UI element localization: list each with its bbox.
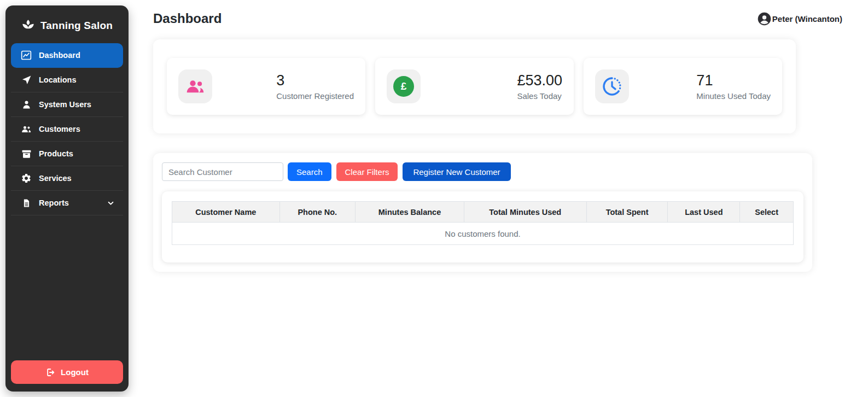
search-button[interactable]: Search — [288, 162, 331, 181]
users-icon — [21, 124, 32, 135]
file-lines-icon — [21, 197, 32, 208]
stat-label: Sales Today — [517, 91, 562, 101]
stat-icon-tile — [595, 69, 629, 103]
column-header-phone-no: Phone No. — [279, 202, 356, 223]
sidebar-item-system-users[interactable]: System Users — [11, 92, 123, 117]
stat-label: Customer Registered — [276, 91, 354, 101]
page-title: Dashboard — [153, 11, 222, 26]
column-header-total-spent: Total Spent — [586, 202, 668, 223]
sidebar-item-label: Locations — [39, 75, 76, 84]
clear-filters-button[interactable]: Clear Filters — [336, 162, 398, 181]
customers-table-card: Customer Name Phone No. Minutes Balance … — [162, 191, 803, 262]
empty-message: No customers found. — [172, 223, 794, 245]
sidebar: Tanning Salon Dashboard Locations — [5, 5, 129, 392]
user-avatar-icon — [757, 11, 772, 26]
main-content: Dashboard Peter (Wincanton) — [129, 0, 868, 397]
sidebar-item-reports[interactable]: Reports — [11, 191, 123, 215]
user-group-icon — [185, 77, 205, 96]
box-icon — [21, 148, 32, 159]
column-header-minutes-balance: Minutes Balance — [356, 202, 464, 223]
sidebar-item-services[interactable]: Services — [11, 166, 123, 191]
stat-value: £53.00 — [517, 72, 562, 89]
user-chip[interactable]: Peter (Wincanton) — [757, 11, 842, 26]
stat-value: 3 — [276, 72, 354, 89]
stat-card-sales-today: £ £53.00 Sales Today — [375, 58, 574, 115]
sidebar-item-label: Reports — [39, 198, 69, 207]
brand-title: Tanning Salon — [40, 20, 113, 32]
sidebar-nav: Dashboard Locations System Users — [5, 43, 129, 215]
location-arrow-icon — [21, 74, 32, 85]
register-new-customer-button[interactable]: Register New Customer — [403, 162, 510, 181]
stat-card-minutes-used: 71 Minutes Used Today — [584, 58, 782, 115]
spa-icon — [21, 19, 35, 32]
logout-label: Logout — [61, 367, 89, 377]
table-header-row: Customer Name Phone No. Minutes Balance … — [172, 202, 794, 223]
logout-icon — [45, 367, 55, 377]
clock-icon — [601, 75, 623, 97]
sidebar-item-locations[interactable]: Locations — [11, 68, 123, 92]
stat-text: 71 Minutes Used Today — [696, 72, 771, 100]
stat-icon-tile — [178, 69, 212, 103]
stats-panel: 3 Customer Registered £ £53.00 Sales Tod… — [153, 39, 796, 133]
search-input[interactable] — [162, 162, 283, 181]
stat-icon-tile: £ — [387, 69, 421, 103]
sidebar-item-label: Customers — [39, 125, 80, 133]
user-name: Peter (Wincanton) — [772, 14, 842, 24]
logout-button[interactable]: Logout — [11, 360, 123, 384]
customers-table: Customer Name Phone No. Minutes Balance … — [172, 201, 794, 245]
search-row: Search Clear Filters Register New Custom… — [162, 162, 803, 181]
stat-label: Minutes Used Today — [696, 91, 771, 101]
column-header-select: Select — [740, 202, 794, 223]
column-header-last-used: Last Used — [668, 202, 740, 223]
sidebar-item-dashboard[interactable]: Dashboard — [11, 43, 123, 68]
gear-icon — [21, 173, 32, 184]
topbar: Dashboard Peter (Wincanton) — [153, 8, 842, 30]
pound-sterling-icon: £ — [393, 76, 414, 97]
stat-card-customers-registered: 3 Customer Registered — [167, 58, 365, 115]
sidebar-item-label: Services — [39, 174, 72, 183]
sidebar-item-label: Dashboard — [39, 51, 80, 60]
brand: Tanning Salon — [5, 5, 129, 41]
table-empty-row: No customers found. — [172, 223, 794, 245]
stat-text: 3 Customer Registered — [276, 72, 354, 100]
user-icon — [21, 99, 32, 110]
sidebar-item-label: Products — [39, 149, 73, 158]
column-header-customer-name: Customer Name — [172, 202, 280, 223]
sidebar-spacer — [5, 215, 129, 354]
sidebar-item-customers[interactable]: Customers — [11, 117, 123, 142]
sidebar-item-label: System Users — [39, 100, 91, 109]
column-header-total-minutes-used: Total Minutes Used — [464, 202, 586, 223]
chart-line-icon — [21, 50, 32, 61]
customers-panel: Search Clear Filters Register New Custom… — [153, 153, 812, 272]
stat-text: £53.00 Sales Today — [517, 72, 562, 100]
chevron-down-icon — [106, 198, 115, 208]
sidebar-item-products[interactable]: Products — [11, 142, 123, 166]
stat-value: 71 — [696, 72, 771, 89]
